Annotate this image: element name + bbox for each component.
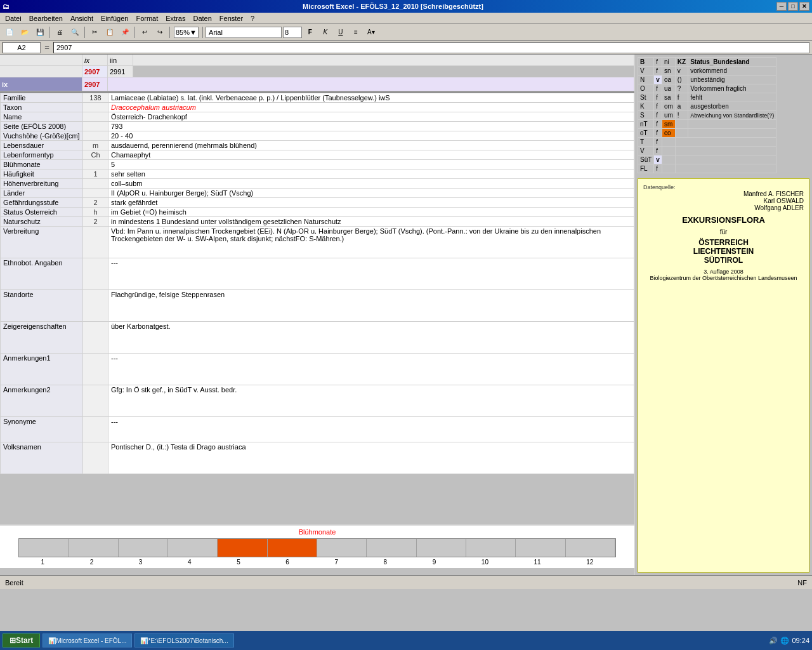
status-nt-desc — [688, 120, 776, 129]
start-button[interactable]: ⊞ Start — [3, 633, 40, 647]
book-countries: ÖSTERREICH LIECHTENSTEIN SÜDTIROL — [643, 238, 804, 265]
table-row: LebenformentypChChamaephyt — [1, 150, 634, 160]
status-t-row: T f — [638, 138, 776, 147]
ix-rest — [108, 77, 634, 91]
blooming-label: Blühmonate — [3, 528, 632, 536]
row-value[interactable]: Dracocephalum austriacum — [108, 103, 634, 112]
in-value-cell[interactable]: 2991 — [108, 66, 133, 77]
window-controls[interactable]: ─ □ ✕ — [776, 2, 809, 11]
menu-bar: Datei Bearbeiten Ansicht Einfügen Format… — [0, 13, 812, 24]
status-v2-empty — [662, 147, 675, 156]
row-num — [83, 131, 108, 141]
row-value[interactable]: --- — [108, 417, 634, 442]
status-sut-empty — [662, 156, 675, 164]
redo-btn[interactable]: ↪ — [153, 25, 167, 39]
menu-view[interactable]: Ansicht — [67, 14, 97, 23]
row-value[interactable]: in mindestens 1 Bundesland unter vollstä… — [108, 217, 634, 227]
table-row: StandorteFlachgründige, felsige Steppenr… — [1, 290, 634, 322]
status-t-code: T — [638, 138, 654, 147]
row-value[interactable]: coll–subm — [108, 179, 634, 189]
new-btn[interactable]: 📄 — [3, 25, 16, 39]
row-value[interactable]: Flachgründige, felsige Steppenrasen — [108, 290, 634, 322]
row-value[interactable]: sehr selten — [108, 169, 634, 179]
italic-btn[interactable]: K — [318, 25, 332, 39]
row-value[interactable]: 20 - 40 — [108, 131, 634, 141]
row-num: 2 — [83, 217, 108, 227]
row-value[interactable]: 5 — [108, 160, 634, 169]
cut-btn[interactable]: ✂ — [88, 25, 102, 39]
zoom-display[interactable]: 85% ▼ — [174, 27, 199, 38]
row-value[interactable]: stark gefährdet — [108, 198, 634, 208]
month-label: 5 — [237, 559, 240, 566]
row-value[interactable]: über Karbonatgest. — [108, 322, 634, 354]
underline-btn[interactable]: U — [334, 25, 348, 39]
menu-data[interactable]: Daten — [189, 14, 215, 23]
font-size-input[interactable] — [283, 27, 302, 38]
zoom-value: 85% — [176, 29, 190, 36]
row-value[interactable]: ausdauernd, perennierend (mehrmals blühe… — [108, 141, 634, 150]
preview-btn[interactable]: 🔍 — [68, 25, 82, 39]
menu-insert[interactable]: Einfügen — [97, 14, 132, 23]
row-label: Status Österreich — [1, 208, 83, 217]
row-label: Vuchshöhe (-Größe)[cm] — [1, 131, 83, 141]
data-rows-container[interactable]: Familie138Lamiaceae (Labiatae) s. lat. (… — [0, 93, 634, 524]
ix-name-value[interactable]: 2907 — [82, 77, 108, 91]
menu-format[interactable]: Format — [132, 14, 162, 23]
open-btn[interactable]: 📂 — [18, 25, 32, 39]
row-label: Anmerkungen2 — [1, 385, 83, 417]
month-label: 2 — [90, 559, 94, 566]
status-v2-rest — [675, 147, 776, 156]
taskbar-efols-item[interactable]: 📊 *E:\EFOLS2007\Botanisch... — [134, 633, 233, 647]
menu-extras[interactable]: Extras — [162, 14, 189, 23]
close-btn[interactable]: ✕ — [799, 2, 809, 11]
font-name-input[interactable] — [206, 27, 282, 38]
row-value[interactable]: Lamiaceae (Labiatae) s. lat. (inkl. Verb… — [108, 93, 634, 103]
print-btn[interactable]: 🖨 — [53, 25, 67, 39]
row-value[interactable]: im Gebiet (=Ö) heimisch — [108, 208, 634, 217]
menu-help[interactable]: ? — [247, 14, 258, 23]
maximize-btn[interactable]: □ — [788, 2, 798, 11]
row-value[interactable]: --- — [108, 354, 634, 385]
row-value[interactable]: Vbd: Im Pann u. innenalpischen Trockenge… — [108, 227, 634, 258]
status-n-row: N v oa () unbeständig — [638, 76, 776, 84]
menu-edit[interactable]: Bearbeiten — [25, 14, 67, 23]
row-label: Blühmonate — [1, 160, 83, 169]
row-value[interactable]: Pontischer D., (it.:) Testa di Drago aus… — [108, 442, 634, 474]
status-t-empty — [662, 138, 675, 147]
row-value[interactable]: Gfg: In Ö stk gef., in SüdT v. Ausst. be… — [108, 385, 634, 417]
row-label: Naturschutz — [1, 217, 83, 227]
cell-ref-input[interactable] — [3, 42, 41, 53]
row-label: Volksnamen — [1, 442, 83, 474]
menu-window[interactable]: Fenster — [216, 14, 247, 23]
bold-btn[interactable]: F — [303, 25, 317, 39]
font-color-btn[interactable]: A▾ — [364, 25, 378, 39]
book-for: für — [643, 229, 804, 235]
row-label: Häufigkeit — [1, 169, 83, 179]
table-row: Familie138Lamiaceae (Labiatae) s. lat. (… — [1, 93, 634, 103]
formula-input[interactable] — [53, 42, 809, 53]
status-sut-v: v — [654, 156, 662, 164]
save-btn[interactable]: 💾 — [33, 25, 47, 39]
taskbar-excel-item[interactable]: 📊 Microsoft Excel - EFÖL... — [43, 633, 132, 647]
table-row: VerbreitungVbd: Im Pann u. innenalpische… — [1, 227, 634, 258]
row-value[interactable]: II (AlpOR u. Hainburger Berge); SüdT (Vs… — [108, 189, 634, 198]
row-value[interactable]: Chamaephyt — [108, 150, 634, 160]
ix-value-cell[interactable]: 2907 — [82, 66, 108, 77]
copy-btn[interactable]: 📋 — [103, 25, 117, 39]
undo-btn[interactable]: ↩ — [138, 25, 152, 39]
formula-bar: = — [0, 41, 812, 55]
month-segment — [516, 539, 565, 557]
status-st-code: St — [638, 93, 654, 102]
paste-btn[interactable]: 📌 — [118, 25, 132, 39]
align-left-btn[interactable]: ≡ — [349, 25, 363, 39]
minimize-btn[interactable]: ─ — [776, 2, 787, 11]
row-num — [83, 160, 108, 169]
month-label: 1 — [41, 559, 45, 566]
status-v2-row: V f — [638, 147, 776, 156]
zoom-dropdown-icon[interactable]: ▼ — [190, 29, 197, 36]
row-value[interactable]: --- — [108, 258, 634, 290]
row-value[interactable]: Österreich- Drachenkopf — [108, 112, 634, 122]
menu-file[interactable]: Datei — [1, 14, 25, 23]
row-value[interactable]: 793 — [108, 122, 634, 131]
title-bar: 🗂 Microsoft Excel - EFÖLS3_12_2010 [Schr… — [0, 0, 812, 13]
